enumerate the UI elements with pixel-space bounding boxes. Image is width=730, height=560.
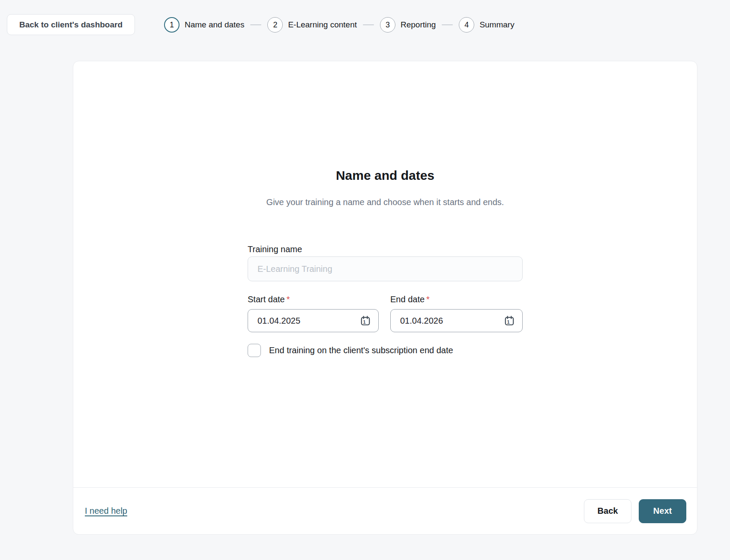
step-reporting[interactable]: 3 Reporting	[380, 17, 436, 33]
step-3-label: Reporting	[401, 20, 436, 30]
page-subtitle: Give your training a name and choose whe…	[266, 196, 504, 208]
step-2-circle: 2	[267, 17, 283, 33]
end-date-field: 1	[390, 309, 523, 332]
training-form: Training name Start date*	[248, 244, 523, 357]
step-separator	[363, 24, 374, 25]
step-3-circle: 3	[380, 17, 395, 33]
step-separator	[250, 24, 261, 25]
step-separator	[442, 24, 453, 25]
next-button[interactable]: Next	[639, 499, 686, 523]
wizard-stepper: 1 Name and dates 2 E-Learning content 3 …	[164, 17, 515, 33]
card-footer: I need help Back Next	[73, 487, 697, 534]
step-4-circle: 4	[459, 17, 474, 33]
step-4-label: Summary	[479, 20, 514, 30]
end-date-calendar-button[interactable]: 1	[503, 315, 515, 327]
training-name-label: Training name	[248, 244, 302, 254]
svg-text:1: 1	[507, 319, 510, 325]
wizard-card: Name and dates Give your training a name…	[73, 61, 697, 535]
subscription-end-checkbox-label[interactable]: End training on the client's subscriptio…	[269, 346, 453, 355]
step-summary[interactable]: 4 Summary	[459, 17, 514, 33]
page-title: Name and dates	[336, 169, 434, 182]
calendar-icon: 1	[504, 315, 515, 326]
end-date-input[interactable]	[391, 316, 522, 326]
back-button[interactable]: Back	[584, 499, 631, 523]
step-name-and-dates[interactable]: 1 Name and dates	[164, 17, 244, 33]
calendar-icon: 1	[360, 315, 371, 326]
start-date-calendar-button[interactable]: 1	[359, 315, 371, 327]
training-name-input[interactable]	[248, 256, 523, 281]
step-elearning-content[interactable]: 2 E-Learning content	[267, 17, 357, 33]
start-date-field: 1	[248, 309, 379, 332]
svg-text:1: 1	[363, 319, 366, 325]
end-date-label: End date*	[390, 294, 523, 304]
subscription-end-checkbox[interactable]	[248, 344, 261, 357]
required-asterisk: *	[287, 295, 290, 304]
start-date-input[interactable]	[248, 316, 378, 326]
step-1-label: Name and dates	[185, 20, 244, 30]
help-link[interactable]: I need help	[85, 506, 127, 516]
back-to-dashboard-button[interactable]: Back to client's dashboard	[7, 14, 135, 35]
step-2-label: E-Learning content	[288, 20, 357, 30]
required-asterisk: *	[426, 295, 430, 304]
start-date-label: Start date*	[248, 294, 379, 304]
step-1-circle: 1	[164, 17, 180, 33]
